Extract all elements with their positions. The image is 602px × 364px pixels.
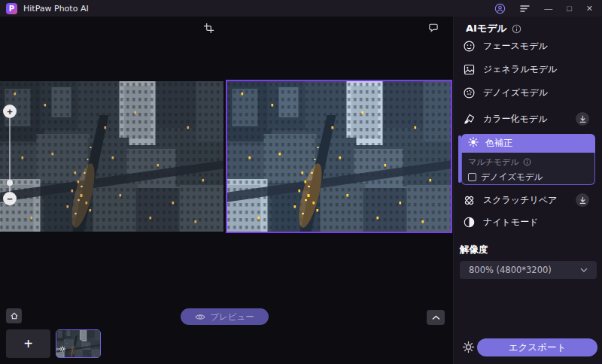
app-title: HitPaw Photo AI — [23, 4, 89, 14]
sidebar-item-night-mode[interactable]: ナイトモード — [463, 212, 594, 232]
minimize-button[interactable]: — — [544, 5, 552, 13]
account-icon[interactable] — [494, 3, 506, 14]
preview-button[interactable]: プレビュー — [181, 308, 269, 325]
denoise-model-icon — [463, 86, 476, 99]
sidebar-item-denoise-model[interactable]: デノイズモデル — [463, 83, 594, 102]
info-icon[interactable] — [512, 24, 521, 34]
model-label: スクラッチリペア — [483, 194, 557, 207]
processing-gear-icon — [59, 344, 66, 355]
settings-gear-icon[interactable] — [461, 339, 476, 354]
checkbox-unchecked[interactable] — [468, 173, 476, 181]
model-label: ナイトモード — [483, 216, 538, 229]
model-label: デノイズモデル — [483, 86, 548, 99]
sun-icon — [467, 136, 479, 151]
download-model-button[interactable] — [576, 112, 589, 126]
crop-icon-button[interactable] — [203, 23, 214, 34]
feedback-bubble-icon[interactable] — [427, 22, 439, 33]
maximize-button[interactable]: □ — [567, 5, 572, 13]
sidebar-item-general-model[interactable]: ジェネラルモデル — [463, 59, 594, 79]
sidebar: AIモデル フェースモデル — [453, 17, 602, 364]
zoom-slider-handle[interactable] — [7, 180, 13, 186]
original-image-preview — [0, 81, 223, 232]
window-controls: — □ ✕ — [494, 3, 596, 14]
sidebar-item-color-correction-selected[interactable]: 色補正 — [461, 134, 595, 153]
resolution-value: 800% (4800*3200) — [469, 265, 552, 275]
add-image-button[interactable]: + — [6, 329, 50, 358]
model-label: 色補正 — [485, 137, 512, 150]
model-label: カラー化モデル — [483, 113, 547, 126]
app-logo-icon: P — [6, 3, 17, 14]
multi-model-label: マルチモデル — [468, 156, 519, 168]
enhanced-image-preview — [226, 80, 452, 233]
info-icon[interactable] — [523, 158, 531, 166]
general-model-icon — [463, 63, 476, 76]
sidebar-item-colorize-model[interactable]: カラー化モデル — [463, 109, 594, 129]
multi-model-title: マルチモデル — [468, 156, 588, 168]
chevron-down-icon — [580, 268, 588, 272]
zoom-out-button[interactable]: − — [3, 192, 17, 205]
night-mode-icon — [463, 216, 476, 229]
ai-model-header: AIモデル — [466, 22, 521, 35]
resolution-dropdown[interactable]: 800% (4800*3200) — [460, 261, 597, 279]
export-button[interactable]: エクスポート — [477, 338, 597, 356]
resolution-label: 解像度 — [460, 244, 488, 256]
zoom-in-button[interactable]: + — [3, 105, 17, 118]
ai-model-title: AIモデル — [466, 22, 507, 35]
chevron-up-icon — [432, 315, 440, 320]
colorize-model-icon — [463, 113, 476, 126]
model-label: ジェネラルモデル — [483, 63, 557, 76]
titlebar: P HitPaw Photo AI — □ ✕ — [0, 0, 602, 17]
sidebar-item-scratch-repair[interactable]: スクラッチリペア — [463, 190, 594, 210]
preview-label: プレビュー — [210, 311, 254, 323]
canvas-area: + − プレビュー + — [0, 17, 453, 364]
menu-icon[interactable] — [520, 5, 530, 13]
sidebar-item-face-model[interactable]: フェースモデル — [463, 36, 594, 56]
eye-icon — [195, 313, 205, 321]
home-button[interactable] — [6, 308, 22, 323]
app-window: P HitPaw Photo AI — □ ✕ — [0, 0, 602, 364]
scratch-repair-icon — [463, 194, 476, 207]
close-button[interactable]: ✕ — [586, 5, 593, 13]
download-model-button[interactable] — [576, 193, 589, 207]
option-label: デノイズモデル — [481, 171, 543, 183]
multi-model-denoise-option[interactable]: デノイズモデル — [468, 171, 588, 183]
multi-model-box: マルチモデル デノイズモデル — [461, 153, 595, 185]
face-model-icon — [463, 40, 476, 53]
model-label: フェースモデル — [483, 40, 548, 53]
download-arrow-icon — [579, 196, 587, 205]
collapse-panel-button[interactable] — [427, 310, 445, 325]
download-arrow-icon — [579, 115, 587, 123]
image-thumbnail[interactable] — [56, 329, 101, 358]
